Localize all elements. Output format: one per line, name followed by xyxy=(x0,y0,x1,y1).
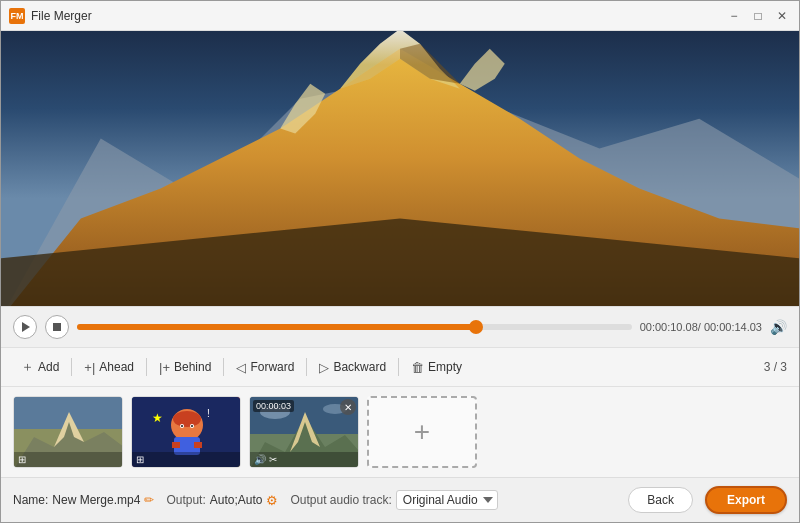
clip-overlay-3: 🔊 ✂ xyxy=(250,452,358,467)
separator-5 xyxy=(398,358,399,376)
bottom-bar: Name: New Merge.mp4 ✏ Output: Auto;Auto … xyxy=(1,477,799,522)
clip-item-2[interactable]: ★ ! ⊞ xyxy=(131,396,241,468)
svg-text:!: ! xyxy=(207,408,210,419)
backward-button[interactable]: ▷ Backward xyxy=(311,356,394,379)
clip-count: 3 / 3 xyxy=(764,360,787,374)
edit-filename-icon[interactable]: ✏ xyxy=(144,493,154,507)
time-display: 00:00:10.08/ 00:00:14.03 xyxy=(640,321,762,333)
app-icon: FM xyxy=(9,8,25,24)
progress-thumb[interactable] xyxy=(469,320,483,334)
file-name-value: New Merge.mp4 xyxy=(52,493,140,507)
maximize-button[interactable]: □ xyxy=(749,7,767,25)
clip-close-3[interactable]: ✕ xyxy=(340,399,356,415)
app-window: FM File Merger − □ ✕ xyxy=(0,0,800,523)
separator-3 xyxy=(223,358,224,376)
add-clip-button[interactable]: + xyxy=(367,396,477,468)
clip-thumb-2: ★ ! ⊞ xyxy=(132,397,240,467)
trash-icon: 🗑 xyxy=(411,360,424,375)
separator-1 xyxy=(71,358,72,376)
titlebar: FM File Merger − □ ✕ xyxy=(1,1,799,31)
svg-text:★: ★ xyxy=(152,411,163,425)
progress-bar[interactable] xyxy=(77,324,632,330)
separator-4 xyxy=(306,358,307,376)
clip-thumb-1: ⊞ xyxy=(14,397,122,467)
clip-action-icons: 🔊 ✂ xyxy=(254,454,277,465)
progress-fill xyxy=(77,324,476,330)
forward-icon: ◁ xyxy=(236,360,246,375)
clips-area: ⊞ xyxy=(1,387,799,477)
close-button[interactable]: ✕ xyxy=(773,7,791,25)
volume-icon[interactable]: 🔊 xyxy=(770,319,787,335)
clip-frame-icon-1: ⊞ xyxy=(18,454,26,465)
play-button[interactable] xyxy=(13,315,37,339)
back-button[interactable]: Back xyxy=(628,487,693,513)
clip-item-3[interactable]: 00:00:03 🔊 ✂ ✕ xyxy=(249,396,359,468)
svg-rect-18 xyxy=(194,442,202,448)
add-clip-icon: + xyxy=(414,418,430,446)
empty-button[interactable]: 🗑 Empty xyxy=(403,356,470,379)
separator-2 xyxy=(146,358,147,376)
svg-point-21 xyxy=(181,425,183,427)
clip-overlay-2: ⊞ xyxy=(132,452,240,467)
export-button[interactable]: Export xyxy=(705,486,787,514)
edit-toolbar: ＋ Add +| Ahead |+ Behind ◁ Forward ▷ Bac… xyxy=(1,347,799,387)
output-settings-icon[interactable]: ⚙ xyxy=(266,493,278,508)
output-value: Auto;Auto xyxy=(210,493,263,507)
ahead-button[interactable]: +| Ahead xyxy=(76,356,142,379)
add-button[interactable]: ＋ Add xyxy=(13,354,67,380)
video-frame xyxy=(1,31,799,306)
behind-button[interactable]: |+ Behind xyxy=(151,356,219,379)
window-title: File Merger xyxy=(31,9,725,23)
file-name-section: Name: New Merge.mp4 ✏ xyxy=(13,493,154,507)
backward-icon: ▷ xyxy=(319,360,329,375)
svg-rect-17 xyxy=(172,442,180,448)
clip-duration-3: 00:00:03 xyxy=(253,400,294,412)
clip-overlay-1: ⊞ xyxy=(14,452,122,467)
window-controls: − □ ✕ xyxy=(725,7,791,25)
add-icon: ＋ xyxy=(21,358,34,376)
behind-icon: |+ xyxy=(159,360,170,375)
clip-item-1[interactable]: ⊞ xyxy=(13,396,123,468)
svg-point-15 xyxy=(173,411,201,427)
audio-track-select[interactable]: Original Audio xyxy=(396,490,498,510)
audio-icon-3: 🔊 xyxy=(254,454,266,465)
mountain-graphic xyxy=(1,31,799,306)
video-preview-area xyxy=(1,31,799,306)
minimize-button[interactable]: − xyxy=(725,7,743,25)
forward-button[interactable]: ◁ Forward xyxy=(228,356,302,379)
scissors-icon-3: ✂ xyxy=(269,454,277,465)
audio-section: Output audio track: Original Audio xyxy=(290,490,497,510)
svg-point-22 xyxy=(191,425,193,427)
ahead-icon: +| xyxy=(84,360,95,375)
stop-button[interactable] xyxy=(45,315,69,339)
output-section: Output: Auto;Auto ⚙ xyxy=(166,493,278,508)
playback-controls: 00:00:10.08/ 00:00:14.03 🔊 xyxy=(1,306,799,347)
clip-frame-icon-2: ⊞ xyxy=(136,454,144,465)
